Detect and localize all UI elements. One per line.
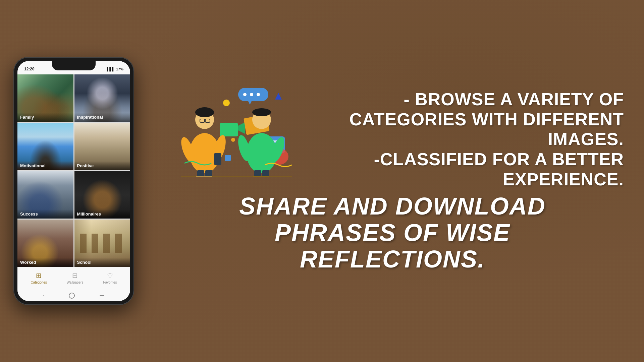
categories-nav-label: Categories (31, 281, 47, 284)
battery-level: 17% (116, 67, 123, 71)
svg-rect-25 (205, 170, 212, 177)
communication-illustration (161, 83, 302, 177)
svg-rect-34 (262, 170, 269, 177)
bottom-nav: ⊞ Categories ⊟ Wallpapers ♡ Favorites (17, 267, 130, 290)
phone-screen: 12:20 ▌▌▌ 17% Family Inspirational Motiv… (17, 61, 130, 301)
success-label: Success (17, 209, 73, 219)
categories-grid: Family Inspirational Motivational Positi… (17, 74, 130, 267)
home-bar (17, 290, 130, 301)
back-button[interactable] (43, 295, 44, 296)
svg-rect-24 (197, 170, 204, 177)
svg-rect-33 (254, 170, 261, 177)
svg-marker-6 (275, 93, 282, 100)
nav-categories[interactable]: ⊞ Categories (31, 272, 47, 284)
svg-rect-23 (214, 153, 221, 165)
favorites-nav-label: Favorites (103, 281, 117, 284)
inspirational-label: Inspirational (74, 113, 130, 122)
school-label: School (74, 258, 130, 267)
illustration-column (161, 83, 302, 177)
positive-label: Positive (74, 161, 130, 170)
grid-item-worked[interactable]: Worked (17, 220, 73, 267)
svg-marker-8 (238, 122, 245, 134)
upper-content: - Browse a variety of categories with di… (161, 89, 624, 190)
phone-frame: 12:20 ▌▌▌ 17% Family Inspirational Motiv… (13, 57, 134, 305)
grid-item-positive[interactable]: Positive (74, 123, 130, 170)
svg-marker-4 (248, 101, 252, 105)
grid-item-inspirational[interactable]: Inspirational (74, 74, 130, 122)
cta-text: Share and Download Phrases of Wise Refle… (161, 193, 624, 273)
feature-text-column: - Browse a variety of categories with di… (309, 89, 624, 190)
motivational-label: Motivational (17, 161, 73, 170)
menu-button[interactable] (100, 295, 104, 296)
worked-label: Worked (17, 258, 73, 267)
grid-item-millionaires[interactable]: Millionaires (74, 171, 130, 219)
svg-rect-7 (220, 123, 238, 136)
svg-point-3 (257, 93, 260, 96)
right-section: - Browse a variety of categories with di… (148, 0, 644, 362)
svg-point-16 (195, 107, 214, 117)
status-right: ▌▌▌ 17% (107, 67, 123, 71)
svg-rect-38 (225, 155, 231, 161)
svg-point-39 (231, 138, 235, 142)
svg-point-5 (223, 100, 230, 106)
favorites-icon: ♡ (107, 272, 113, 280)
svg-point-29 (252, 108, 271, 116)
feature-text: - Browse a variety of categories with di… (309, 89, 624, 190)
signal-icon: ▌▌▌ (107, 67, 115, 71)
grid-item-school[interactable]: School (74, 220, 130, 267)
grid-item-success[interactable]: Success (17, 171, 73, 219)
wallpapers-icon: ⊟ (72, 272, 78, 280)
svg-point-2 (250, 93, 253, 96)
millionaires-label: Millionaires (74, 209, 130, 219)
wallpapers-nav-label: Wallpapers (67, 281, 84, 284)
grid-item-family[interactable]: Family (17, 74, 73, 122)
grid-item-motivational[interactable]: Motivational (17, 123, 73, 170)
categories-icon: ⊞ (36, 272, 42, 280)
svg-point-1 (243, 93, 247, 96)
nav-wallpapers[interactable]: ⊟ Wallpapers (67, 272, 84, 284)
home-button[interactable] (69, 293, 75, 299)
status-time: 12:20 (24, 67, 35, 71)
cta-section: Share and Download Phrases of Wise Refle… (161, 193, 624, 273)
nav-favorites[interactable]: ♡ Favorites (103, 272, 117, 284)
family-label: Family (17, 113, 73, 122)
left-section: 12:20 ▌▌▌ 17% Family Inspirational Motiv… (0, 0, 148, 362)
phone-notch (52, 61, 96, 70)
